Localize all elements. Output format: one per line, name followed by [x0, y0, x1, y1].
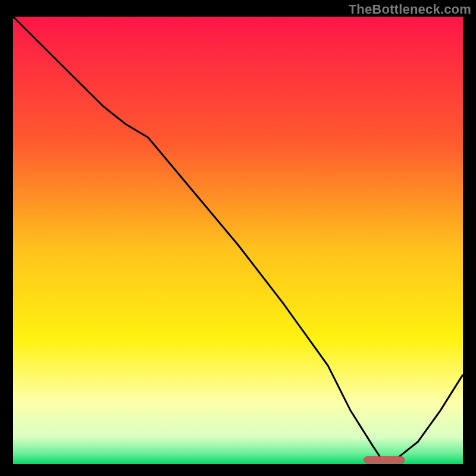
optimal-range-marker — [364, 457, 405, 464]
plot-area — [13, 17, 463, 464]
watermark-text: TheBottleneck.com — [349, 2, 471, 17]
chart-container: TheBottleneck.com — [0, 0, 476, 476]
chart-svg — [13, 17, 463, 464]
